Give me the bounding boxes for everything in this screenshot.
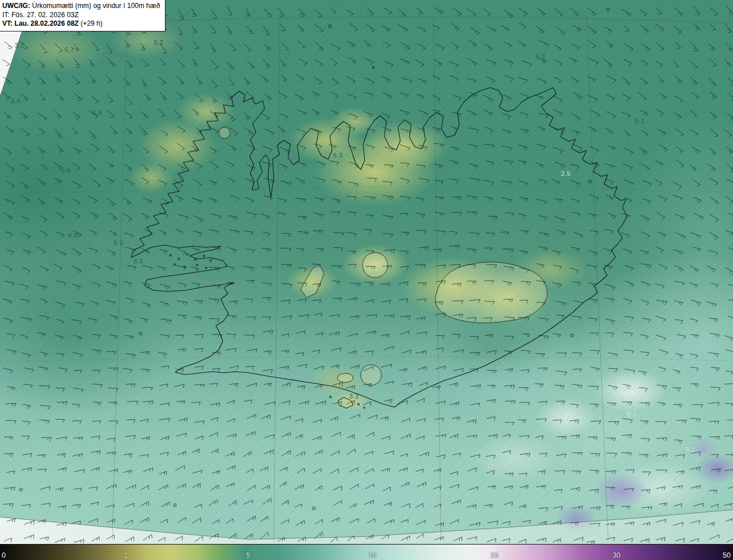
colorbar-tick: 5 xyxy=(246,551,250,559)
value-label: 5.6 xyxy=(61,167,71,173)
value-label: 3.3 xyxy=(349,393,359,400)
precip-colorbar: 01510153050 xyxy=(0,544,733,560)
value-label: 3.4 xyxy=(11,97,21,104)
value-labels-layer: 3.25.75.25.23.45.55.15.66.32.54.46.33.33… xyxy=(0,0,733,544)
value-label: 3.2 xyxy=(15,42,25,49)
weather-map-page: 3.25.75.25.23.45.55.15.66.32.54.46.33.33… xyxy=(0,0,733,560)
value-label: 3.3 xyxy=(133,258,143,265)
value-label: 5.2 xyxy=(536,53,546,60)
map-title-line: UWC/IG: Úrkomumætti (mm) og vindur í 100… xyxy=(2,2,160,11)
valid-time: VT: Lau. 28.02.2026 08Z xyxy=(2,19,78,27)
value-label: 5.2 xyxy=(154,39,164,46)
colorbar-tick: 50 xyxy=(723,551,731,559)
value-label: 4.4 xyxy=(68,232,78,239)
value-label: 5.1 xyxy=(635,117,645,124)
colorbar-tick: 0 xyxy=(2,551,6,559)
model-name: UWC/IG: xyxy=(2,2,30,10)
value-label: 10.9 xyxy=(557,414,571,421)
title-box: UWC/IG: Úrkomumætti (mm) og vindur í 100… xyxy=(0,0,165,31)
init-time: IT: Fös. 27. 02. 2026 03Z xyxy=(2,11,160,20)
colorbar-tick: 30 xyxy=(613,551,621,559)
value-label: 10.0 xyxy=(487,463,501,470)
map-title: Úrkomumætti (mm) og vindur í 100m hæð xyxy=(30,2,160,10)
valid-time-line: VT: Lau. 28.02.2026 08Z (+29 h) xyxy=(2,19,160,29)
value-label: 10.4 xyxy=(623,385,637,392)
value-label: 5.7 xyxy=(65,46,74,53)
colorbar-tick: 10 xyxy=(368,551,376,559)
value-label: 2.5 xyxy=(561,170,571,177)
colorbar-tick: 15 xyxy=(490,551,498,559)
valid-offset: (+29 h) xyxy=(78,19,103,27)
colorbar-tick: 1 xyxy=(124,551,128,559)
value-label: 6.3 xyxy=(333,152,343,159)
value-label: 6.3 xyxy=(114,239,124,246)
value-label: 8.3 xyxy=(627,411,637,417)
value-label: 9.2 xyxy=(685,446,695,453)
value-label: 5.5 xyxy=(93,109,103,116)
